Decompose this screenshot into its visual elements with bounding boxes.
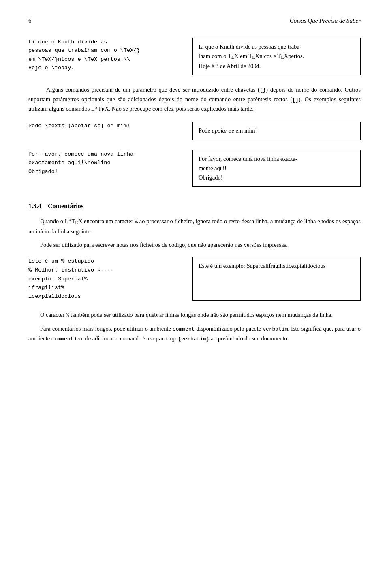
section-para1: Quando o LATEX encontra um caracter % ao…	[28, 217, 361, 236]
fourth-col-left: Este é um % estúpido % Melhor: instrutiv…	[28, 257, 184, 301]
right-text-line: Hoje é 8 de Abril de 2004.	[199, 62, 355, 71]
third-col-left: Por favor, comece uma nova linha exactam…	[28, 150, 184, 187]
section-para2: Pode ser utilizado para escrever notas n…	[28, 240, 361, 250]
fourth-right-text: Este é um exemplo: Supercalifragilistice…	[199, 263, 325, 269]
section-title: Comentários	[48, 203, 83, 210]
latex-a2: A	[68, 218, 72, 223]
tex-e: E	[231, 54, 235, 60]
second-col-left: Pode \textsl{apoiar-se} em mim!	[28, 122, 184, 140]
third-two-col: Por favor, comece uma nova linha exactam…	[28, 150, 361, 187]
left-text: Pode \textsl{apoiar-se} em mim!	[28, 122, 184, 130]
right-text-line: Li que o Knuth divide as pessoas que tra…	[199, 42, 355, 51]
section-number: 1.3.4	[28, 203, 41, 210]
left-line1: Por favor, comece uma nova linha	[28, 150, 184, 159]
third-col-right: Por favor, comece uma nova linha exacta-…	[192, 150, 361, 187]
fourth-left-line2: % Melhor: instrutivo <----	[28, 266, 184, 275]
left-text-line: pessoas que trabalham com o \TeX{}	[28, 46, 184, 55]
verbatim-code: verbatim	[263, 326, 288, 332]
bottom-text: O caracter % também pode ser utilizado p…	[28, 310, 361, 343]
right-text-em: em mim!	[234, 127, 257, 134]
left-line3: Obrigado!	[28, 167, 184, 176]
second-col-right: Pode apoiar-se em mim!	[192, 122, 361, 140]
fourth-left-line1: Este é um % estúpido	[28, 257, 184, 266]
right-line3: Obrigado!	[199, 173, 355, 182]
first-col-right: Li que o Knuth divide as pessoas que tra…	[192, 38, 361, 75]
comment-code1: comment	[173, 326, 195, 332]
page-number: 6	[28, 16, 32, 26]
left-text-line: Li que o Knuth divide as	[28, 38, 184, 47]
right-text-pode: Pode	[199, 127, 212, 134]
fourth-two-col: Este é um % estúpido % Melhor: instrutiv…	[28, 257, 361, 301]
tex-e2: E	[252, 54, 255, 60]
left-text-line: Hoje é \today.	[28, 64, 184, 73]
latex-e: E	[102, 107, 105, 113]
right-text-line: lham com o TEX em TEXnicos e TEXpertos.	[199, 51, 355, 62]
latex-e2: E	[75, 220, 78, 225]
left-text-line: em \TeX{}nicos e \TeX pertos.\\	[28, 55, 184, 64]
comment-code2: comment	[51, 336, 74, 342]
section-heading: 1.3.4 Comentários	[28, 201, 361, 211]
second-two-col: Pode \textsl{apoiar-se} em mim! Pode apo…	[28, 122, 361, 140]
fourth-left-line3: exemplo: Supercal%	[28, 275, 184, 284]
bottom-para1: O caracter % também pode ser utilizado p…	[28, 310, 361, 320]
bottom-para2: Para comentários mais longos, pode utili…	[28, 324, 361, 344]
fourth-left-line5: icexpialidocious	[28, 292, 184, 301]
section-text: Quando o LATEX encontra um caracter % ao…	[28, 217, 361, 250]
middle-text: Alguns comandos precisam de um parâmetro…	[28, 85, 361, 115]
usepackage-cmd: \usepackage{verbatim}	[143, 336, 209, 342]
latex-a: A	[95, 105, 98, 110]
right-line2: mente aqui!	[199, 164, 355, 173]
right-line1: Por favor, comece uma nova linha exacta-	[199, 154, 355, 164]
right-text-apoiar: apoiar-se	[212, 127, 234, 134]
tex-e3: E	[281, 54, 284, 60]
first-two-col: Li que o Knuth divide as pessoas que tra…	[28, 38, 361, 75]
first-col-left: Li que o Knuth divide as pessoas que tra…	[28, 38, 184, 75]
middle-para: Alguns comandos precisam de um parâmetro…	[28, 85, 361, 115]
fourth-left-line4: ifragilist%	[28, 283, 184, 292]
fourth-col-right: Este é um exemplo: Supercalifragilistice…	[192, 257, 361, 301]
page-header: 6 Coisas Que Precisa de Saber	[28, 16, 361, 26]
left-line2: exactamente aqui!\newline	[28, 158, 184, 167]
page-title: Coisas Que Precisa de Saber	[290, 16, 361, 26]
